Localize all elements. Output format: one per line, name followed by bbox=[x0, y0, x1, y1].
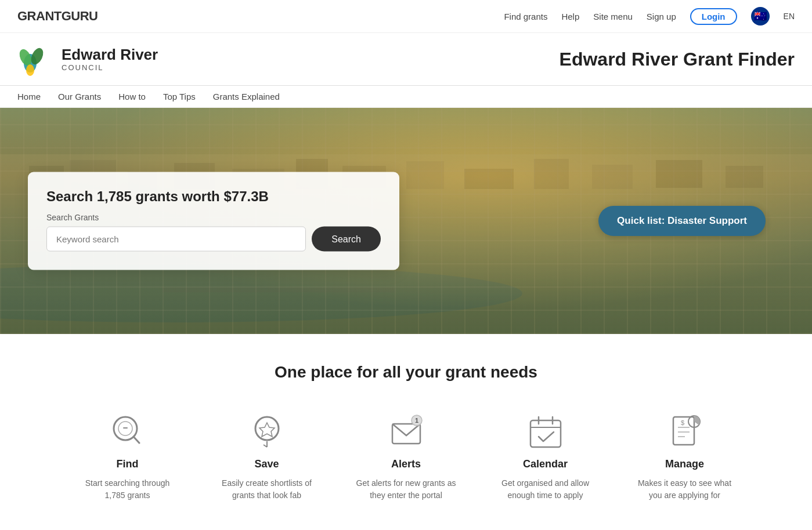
grant-finder-title: Edward River Grant Finder bbox=[560, 49, 795, 70]
svg-point-24 bbox=[255, 417, 279, 440]
login-button[interactable]: Login bbox=[690, 8, 737, 25]
brand-rest: GURU bbox=[62, 9, 98, 23]
help-link[interactable]: Help bbox=[561, 12, 579, 21]
how-to-link[interactable]: How to bbox=[118, 92, 146, 101]
svg-rect-31 bbox=[530, 420, 561, 447]
svg-rect-19 bbox=[163, 288, 395, 292]
svg-rect-17 bbox=[726, 166, 763, 188]
svg-marker-25 bbox=[259, 423, 275, 437]
grants-explained-link[interactable]: Grants Explained bbox=[213, 92, 280, 101]
home-link[interactable]: Home bbox=[17, 92, 41, 101]
svg-text:$: $ bbox=[680, 419, 684, 426]
top-tips-link[interactable]: Top Tips bbox=[163, 92, 196, 101]
features-grid: Find Start searching through 1,785 grant… bbox=[17, 411, 795, 502]
top-navigation: GRANTGURU Find grants Help Site menu Sig… bbox=[0, 0, 812, 33]
svg-point-3 bbox=[26, 64, 34, 76]
hero-section: Search 1,785 grants worth $77.3B Search … bbox=[0, 108, 812, 334]
council-name: Edward River COUNCIL bbox=[62, 46, 158, 72]
save-label: Save bbox=[254, 458, 279, 470]
brand-bold: GRANT bbox=[17, 9, 62, 23]
find-grants-link[interactable]: Find grants bbox=[504, 12, 547, 21]
alerts-icon: 1 bbox=[386, 411, 427, 451]
feature-calendar[interactable]: Calendar Get organised and allow enough … bbox=[493, 411, 598, 502]
sign-up-link[interactable]: Sign up bbox=[647, 12, 676, 21]
calendar-icon bbox=[525, 411, 566, 451]
site-menu-link[interactable]: Site menu bbox=[593, 12, 633, 21]
save-desc: Easily create shortlists of grants that … bbox=[215, 477, 319, 502]
svg-rect-22 bbox=[123, 427, 128, 429]
calendar-label: Calendar bbox=[523, 458, 568, 470]
calendar-desc: Get organised and allow enough time to a… bbox=[493, 477, 598, 502]
council-header: Edward River COUNCIL Edward River Grant … bbox=[0, 33, 812, 86]
find-desc: Start searching through 1,785 grants bbox=[75, 477, 180, 502]
council-logo-icon bbox=[17, 41, 53, 77]
feature-find[interactable]: Find Start searching through 1,785 grant… bbox=[75, 411, 180, 502]
features-title: One place for all your grant needs bbox=[17, 363, 795, 382]
language-label[interactable]: EN bbox=[784, 12, 795, 21]
feature-save[interactable]: Save Easily create shortlists of grants … bbox=[215, 411, 319, 502]
svg-text:1: 1 bbox=[414, 417, 418, 424]
feature-alerts[interactable]: 1 Alerts Get alerts for new grants as th… bbox=[354, 411, 459, 502]
our-grants-link[interactable]: Our Grants bbox=[58, 92, 101, 101]
brand-logo[interactable]: GRANTGURU bbox=[17, 9, 98, 24]
svg-rect-16 bbox=[656, 160, 702, 188]
svg-line-23 bbox=[133, 437, 139, 443]
quick-list-button[interactable]: Quick list: Disaster Support bbox=[598, 206, 766, 236]
manage-label: Manage bbox=[665, 458, 704, 470]
search-title: Search 1,785 grants worth $77.3B bbox=[46, 188, 381, 205]
feature-manage[interactable]: $ Manage Makes it easy to see what you a… bbox=[633, 411, 737, 502]
manage-icon: $ bbox=[665, 411, 705, 451]
find-icon bbox=[107, 411, 148, 451]
alerts-desc: Get alerts for new grants as they enter … bbox=[354, 477, 459, 502]
search-button[interactable]: Search bbox=[312, 227, 381, 252]
svg-rect-14 bbox=[534, 159, 569, 189]
find-label: Find bbox=[117, 458, 139, 470]
flag-icon: 🇦🇺 bbox=[751, 7, 770, 26]
alerts-label: Alerts bbox=[391, 458, 421, 470]
search-grants-label: Search Grants bbox=[46, 213, 381, 222]
council-logo-group[interactable]: Edward River COUNCIL bbox=[17, 41, 158, 77]
svg-rect-13 bbox=[464, 169, 514, 189]
search-row: Search bbox=[46, 227, 381, 252]
main-navigation: Home Our Grants How to Top Tips Grants E… bbox=[0, 86, 812, 108]
search-box: Search 1,785 grants worth $77.3B Search … bbox=[28, 172, 399, 270]
svg-rect-12 bbox=[406, 161, 444, 189]
svg-rect-15 bbox=[592, 165, 633, 189]
save-icon bbox=[247, 411, 287, 451]
manage-desc: Makes it easy to see what you are applyi… bbox=[633, 477, 737, 502]
features-section: One place for all your grant needs Find … bbox=[0, 334, 812, 530]
keyword-search-input[interactable] bbox=[46, 227, 306, 252]
